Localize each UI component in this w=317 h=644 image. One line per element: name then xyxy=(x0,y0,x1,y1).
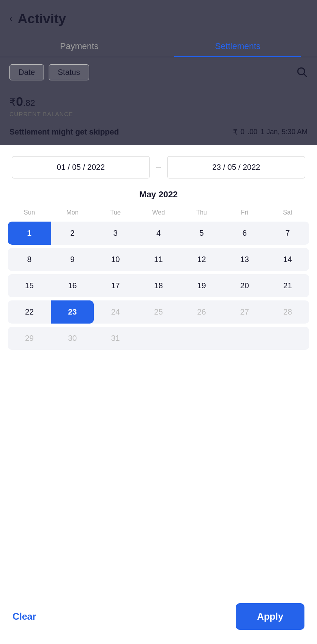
calendar-day[interactable]: 4 xyxy=(137,222,180,245)
status-filter-button[interactable]: Status xyxy=(49,64,89,80)
calendar-week-2: 891011121314 xyxy=(8,248,309,271)
bottom-bar: Clear Apply xyxy=(0,592,317,644)
bottom-spacer xyxy=(8,353,309,400)
calendar-day[interactable]: 6 xyxy=(223,222,266,245)
calendar-day[interactable]: 23 xyxy=(51,300,94,324)
start-date-input[interactable] xyxy=(12,156,150,178)
calendar-day[interactable]: 2 xyxy=(51,222,94,245)
calendar-day[interactable]: 19 xyxy=(180,274,223,297)
filters-row: Date Status xyxy=(0,57,317,87)
calendar-day[interactable]: 11 xyxy=(137,248,180,271)
calendar-day[interactable]: 29 xyxy=(8,327,51,350)
page-title: Activity xyxy=(18,11,66,26)
calendar-day[interactable]: 22 xyxy=(8,300,51,324)
calendar-day[interactable]: 10 xyxy=(94,248,137,271)
balance-label: CURRENT BALANCE xyxy=(9,111,308,117)
back-button[interactable]: ‹ xyxy=(9,14,12,24)
calendar-day[interactable]: 15 xyxy=(8,274,51,297)
calendar-day[interactable]: 5 xyxy=(180,222,223,245)
date-separator: – xyxy=(154,162,163,173)
calendar-week-5: 293031 xyxy=(8,327,309,350)
apply-button[interactable]: Apply xyxy=(236,603,304,630)
calendar-day[interactable]: 9 xyxy=(51,248,94,271)
calendar-day[interactable]: 7 xyxy=(266,222,309,245)
settlement-skip-text: Settlement might get skipped xyxy=(9,127,119,136)
calendar-day xyxy=(180,327,223,350)
calendar-day[interactable]: 30 xyxy=(51,327,94,350)
settlement-rupee: ₹ xyxy=(233,128,237,136)
search-button[interactable] xyxy=(296,66,308,79)
calendar-day[interactable]: 16 xyxy=(51,274,94,297)
settlement-date: 1 Jan, 5:30 AM xyxy=(261,128,308,136)
header-row: ‹ Activity xyxy=(0,0,317,34)
balance-amount: ₹0.82 xyxy=(9,95,308,109)
balance-section: ₹0.82 CURRENT BALANCE xyxy=(0,87,317,121)
dow-thu: Thu xyxy=(180,207,223,218)
calendar-day[interactable]: 26 xyxy=(180,300,223,324)
calendar-day[interactable]: 20 xyxy=(223,274,266,297)
calendar-day[interactable]: 14 xyxy=(266,248,309,271)
settlement-amount-int: 0 xyxy=(240,128,244,136)
dow-fri: Fri xyxy=(223,207,266,218)
calendar-day xyxy=(223,327,266,350)
calendar-day[interactable]: 8 xyxy=(8,248,51,271)
calendar-weeks: 1234567891011121314151617181920212223242… xyxy=(8,222,309,350)
settlement-info: ₹0.00 1 Jan, 5:30 AM xyxy=(233,128,308,136)
calendar-day[interactable]: 17 xyxy=(94,274,137,297)
calendar-day[interactable]: 3 xyxy=(94,222,137,245)
calendar-day[interactable]: 18 xyxy=(137,274,180,297)
clear-button[interactable]: Clear xyxy=(13,611,36,622)
dow-sun: Sun xyxy=(8,207,51,218)
calendar-day[interactable]: 28 xyxy=(266,300,309,324)
calendar-day[interactable]: 27 xyxy=(223,300,266,324)
date-filter-button[interactable]: Date xyxy=(9,64,44,80)
tab-payments[interactable]: Payments xyxy=(0,34,158,57)
calendar-day xyxy=(137,327,180,350)
calendar-month-title: May 2022 xyxy=(8,189,309,200)
calendar-day xyxy=(266,327,309,350)
date-range-row: – xyxy=(8,145,309,182)
calendar-day[interactable]: 1 xyxy=(8,222,51,245)
dow-wed: Wed xyxy=(137,207,180,218)
settlement-amount-dec: .00 xyxy=(248,128,257,136)
calendar-week-1: 1234567 xyxy=(8,222,309,245)
calendar-container: – May 2022 Sun Mon Tue Wed Thu Fri Sat 1… xyxy=(0,145,317,400)
calendar-day[interactable]: 13 xyxy=(223,248,266,271)
calendar-days-of-week: Sun Mon Tue Wed Thu Fri Sat xyxy=(8,207,309,218)
dow-sat: Sat xyxy=(266,207,309,218)
calendar-day[interactable]: 25 xyxy=(137,300,180,324)
rupee-symbol: ₹ xyxy=(9,96,16,108)
header-background: ‹ Activity Payments Settlements Date Sta… xyxy=(0,0,317,145)
tabs-row: Payments Settlements xyxy=(0,34,317,57)
dow-mon: Mon xyxy=(51,207,94,218)
calendar-day[interactable]: 12 xyxy=(180,248,223,271)
calendar: May 2022 Sun Mon Tue Wed Thu Fri Sat 123… xyxy=(8,182,309,350)
calendar-week-3: 15161718192021 xyxy=(8,274,309,297)
end-date-input[interactable] xyxy=(167,156,305,178)
dow-tue: Tue xyxy=(94,207,137,218)
calendar-day[interactable]: 31 xyxy=(94,327,137,350)
calendar-day[interactable]: 21 xyxy=(266,274,309,297)
settlement-row: Settlement might get skipped ₹0.00 1 Jan… xyxy=(0,121,317,145)
calendar-week-4: 22232425262728 xyxy=(8,300,309,324)
svg-line-1 xyxy=(304,74,307,76)
tab-settlements[interactable]: Settlements xyxy=(158,34,317,57)
calendar-day[interactable]: 24 xyxy=(94,300,137,324)
